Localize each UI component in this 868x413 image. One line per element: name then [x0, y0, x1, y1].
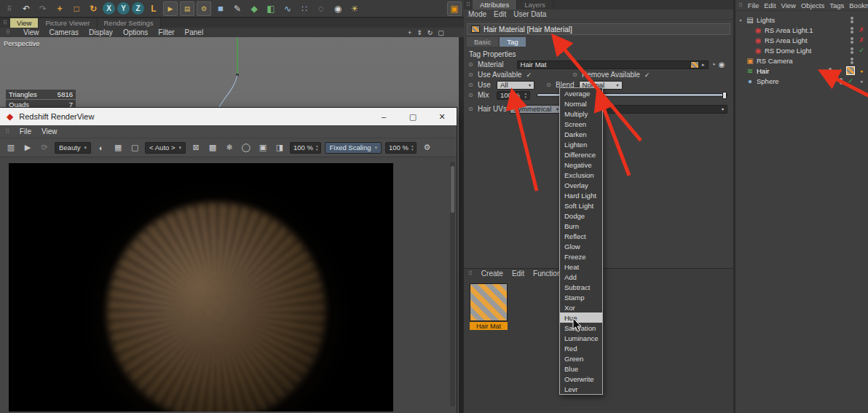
panel-tab[interactable]: Layers [517, 0, 553, 9]
refresh-icon[interactable]: ⟳ [38, 141, 51, 154]
blend-option[interactable]: Blue [560, 363, 602, 374]
param-circle-icon[interactable]: ⊙ [546, 82, 553, 88]
use-dropdown[interactable]: All ▾ [497, 81, 534, 90]
blend-option[interactable]: Average [560, 88, 602, 98]
panel-tab[interactable]: Attributes [473, 0, 517, 9]
pen-icon[interactable]: ✎ [230, 1, 245, 16]
enabled-check-icon[interactable]: ✓ [846, 76, 855, 85]
blend-option[interactable]: Hard Light [560, 190, 602, 200]
render-picture-viewer-icon[interactable]: ▤ [180, 1, 194, 16]
panel-handle-icon[interactable]: ⠿ [2, 1, 17, 16]
visibility-dots[interactable] [851, 27, 853, 34]
close-icon[interactable]: ✕ [427, 108, 457, 125]
object-name[interactable]: Lights [757, 16, 775, 24]
blend-option[interactable]: Negative [560, 160, 602, 170]
panel-handle-icon[interactable]: ⠿ [464, 0, 473, 9]
material-layout-icon[interactable]: ▣ [447, 1, 462, 16]
panel-handle-icon[interactable]: ⠿ [5, 128, 9, 135]
blend-option[interactable]: Levr [560, 384, 602, 394]
redo-icon[interactable]: ↷ [36, 1, 50, 16]
tag-dot-icon[interactable]: ● [857, 79, 866, 84]
node-editor-icon[interactable]: ◉ [719, 60, 725, 68]
param-circle-icon[interactable]: ⊙ [468, 61, 475, 68]
param-circle-icon[interactable]: ⊙ [572, 71, 579, 78]
menu-item[interactable]: Objects [801, 1, 824, 9]
blend-option[interactable]: Saturation [560, 323, 602, 333]
render-view-icon[interactable]: ▶ [163, 1, 178, 16]
primitive-icon[interactable]: ◧ [264, 1, 278, 16]
viewport-tab[interactable]: Picture Viewer [39, 18, 97, 28]
enabled-check-icon[interactable]: ✓ [857, 47, 866, 54]
blend-option[interactable]: Difference [560, 149, 602, 160]
blend-option[interactable]: Burn [560, 221, 602, 231]
visibility-dots[interactable] [851, 17, 853, 23]
param-circle-icon[interactable]: ⊙ [468, 82, 475, 88]
menu-item[interactable]: File [20, 127, 31, 135]
blend-option[interactable]: Heat [560, 261, 602, 272]
tag-dot-icon[interactable]: ● [857, 68, 866, 74]
menu-item[interactable]: Mode [468, 10, 486, 18]
render-pass-dropdown[interactable]: Beauty ▾ [55, 142, 91, 154]
grid-icon[interactable]: ▦ [111, 141, 125, 154]
spinner-arrows-icon[interactable]: ▴▾ [524, 92, 526, 99]
region-icon[interactable]: ◯ [240, 141, 253, 154]
play-icon[interactable]: ▶ [21, 141, 34, 154]
axis-x-icon[interactable]: X [103, 2, 115, 15]
axis-z-icon[interactable]: Z [132, 2, 144, 15]
coordinate-system-icon[interactable]: L [146, 1, 161, 16]
menu-item[interactable]: Tags [829, 1, 844, 9]
tree-row-sphere[interactable]: ● Sphere ✓ ● [735, 76, 868, 86]
spinner-arrows-icon[interactable]: ▴▾ [316, 144, 318, 152]
compare-a-icon[interactable]: ▣ [256, 141, 269, 154]
animation-ring-icon[interactable]: ◔ [711, 60, 716, 68]
object-name[interactable]: RS Area Light.1 [765, 26, 813, 34]
menu-item[interactable]: Edit [512, 270, 524, 278]
menu-item[interactable]: File [748, 1, 759, 9]
panel-handle-icon[interactable]: ⠿ [738, 2, 743, 9]
tree-row-dome-light[interactable]: ◉ RS Dome Light ✓ [735, 45, 868, 55]
menu-item[interactable]: Panel [185, 28, 204, 36]
render-canvas[interactable] [0, 157, 457, 413]
blend-option[interactable]: Exclusion [560, 170, 602, 180]
blend-option[interactable]: Overwrite [560, 374, 602, 384]
blend-option[interactable]: Soft Light [560, 200, 602, 211]
material-name[interactable]: Hair Mat [470, 322, 508, 330]
param-circle-icon[interactable]: ⊙ [468, 92, 475, 98]
rotate-view-icon[interactable]: ↻ [427, 29, 433, 36]
blend-option[interactable]: Red [560, 343, 602, 353]
viewport-tab[interactable]: Render Settings [98, 18, 161, 28]
remove-available-check-icon[interactable]: ✓ [644, 71, 650, 79]
expand-right-icon[interactable]: ▸ [702, 62, 705, 68]
menu-item[interactable]: Cameras [50, 28, 79, 36]
blend-option[interactable]: Reflect [560, 231, 602, 241]
add-cube-icon[interactable]: ■ [213, 1, 228, 16]
tree-row-hair[interactable]: ≋ Hair ✓ ● [735, 66, 868, 76]
volume-icon[interactable]: ◌ [314, 1, 328, 16]
canvas-scrollbar[interactable] [450, 162, 455, 406]
visibility-dots[interactable] [851, 47, 853, 54]
attribute-subtab[interactable]: Tag [500, 37, 525, 47]
lock-icon[interactable]: ⊠ [189, 141, 202, 154]
panel-handle-icon[interactable]: ⠿ [0, 18, 10, 28]
menu-item[interactable]: View [23, 28, 39, 36]
use-available-check-icon[interactable]: ✓ [526, 71, 532, 79]
viewport-tab[interactable]: View [10, 18, 39, 28]
menu-item[interactable]: Edit [764, 1, 776, 9]
mograph-icon[interactable]: ∷ [297, 1, 312, 16]
material-item[interactable]: Hair Mat [470, 283, 508, 330]
menu-item[interactable]: View [781, 1, 796, 9]
scaling-dropdown[interactable]: Fixed Scaling ▾ [325, 142, 382, 154]
slider-knob[interactable] [722, 92, 727, 99]
zoom-view-icon[interactable]: ⇕ [417, 29, 422, 36]
blend-option[interactable]: Luminance [560, 333, 602, 343]
hair-uvs-dropdown[interactable]: Symmetrical ▾ [510, 105, 562, 114]
tree-row-area-light[interactable]: ◉ RS Area Light ✗ [735, 35, 868, 45]
visibility-dots[interactable] [851, 58, 853, 64]
menu-item[interactable]: User Data [513, 10, 546, 18]
object-name[interactable]: Sphere [757, 77, 779, 85]
hair-material-tag[interactable] [846, 66, 855, 75]
capture-icon[interactable]: ◉ [331, 1, 345, 16]
blend-option[interactable]: Overlay [560, 180, 602, 190]
param-circle-icon[interactable]: ⊙ [468, 71, 475, 78]
spinner-arrows-icon[interactable]: ▴▾ [411, 144, 414, 152]
